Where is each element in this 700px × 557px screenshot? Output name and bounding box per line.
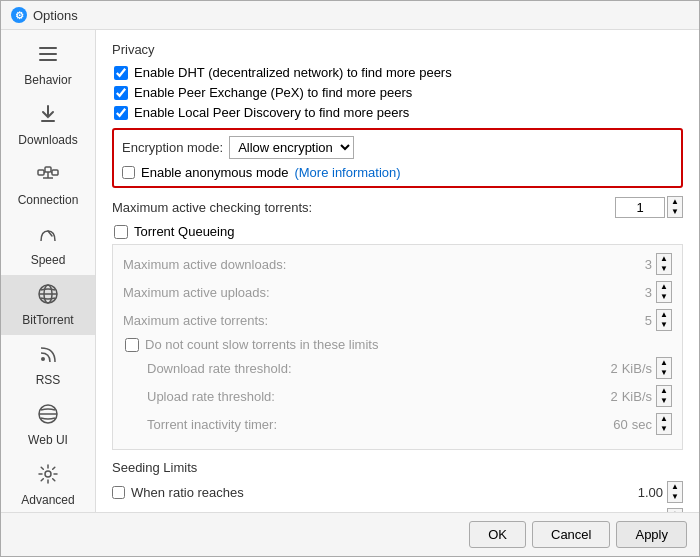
encryption-mode-select[interactable]: Disabled Enabled Forced Allow encryption (229, 136, 354, 159)
more-info-link[interactable]: (More information) (294, 165, 400, 180)
apply-button[interactable]: Apply (616, 521, 687, 548)
spinner-up[interactable]: ▲ (657, 358, 671, 368)
sidebar-item-webui[interactable]: Web UI (1, 395, 95, 455)
pex-label: Enable Peer Exchange (PeX) to find more … (134, 85, 412, 100)
anon-label: Enable anonymous mode (141, 165, 288, 180)
max-uploads-spinner[interactable]: ▲ ▼ (656, 281, 672, 303)
max-downloads-spinner[interactable]: ▲ ▼ (656, 253, 672, 275)
sidebar-label-speed: Speed (31, 253, 66, 267)
sidebar-label-behavior: Behavior (24, 73, 71, 87)
queueing-sub-section: Maximum active downloads: 3 ▲ ▼ Maximum … (112, 244, 683, 450)
upload-rate-unit: KiB/s (622, 389, 652, 404)
max-downloads-row: Maximum active downloads: 3 ▲ ▼ (123, 253, 672, 275)
sidebar-item-connection[interactable]: Connection (1, 155, 95, 215)
seeding-spinner-0[interactable]: ▲ ▼ (667, 481, 683, 503)
anon-checkbox[interactable] (122, 166, 135, 179)
options-window: ⚙ Options Behavior (0, 0, 700, 557)
spinner-down[interactable]: ▼ (657, 368, 671, 378)
max-downloads-label: Maximum active downloads: (123, 257, 645, 272)
sidebar-item-speed[interactable]: Speed (1, 215, 95, 275)
spinner-up[interactable]: ▲ (668, 482, 682, 492)
spinner-up[interactable]: ▲ (657, 414, 671, 424)
local-peer-row: Enable Local Peer Discovery to find more… (112, 105, 683, 120)
sidebar-item-behavior[interactable]: Behavior (1, 35, 95, 95)
titlebar: ⚙ Options (1, 1, 699, 30)
sidebar-label-advanced: Advanced (21, 493, 74, 507)
svg-rect-4 (38, 170, 44, 175)
max-torrents-row: Maximum active torrents: 5 ▲ ▼ (123, 309, 672, 331)
download-rate-spinner[interactable]: ▲ ▼ (656, 357, 672, 379)
max-torrents-spinner[interactable]: ▲ ▼ (656, 309, 672, 331)
spinner-down[interactable]: ▼ (657, 424, 671, 434)
max-checking-spinner-btn[interactable]: ▲ ▼ (667, 196, 683, 218)
privacy-section: Privacy Enable DHT (decentralized networ… (112, 42, 683, 188)
max-checking-row: Maximum active checking torrents: ▲ ▼ (112, 196, 683, 218)
window-title: Options (33, 8, 78, 23)
spinner-up[interactable]: ▲ (657, 386, 671, 396)
connection-icon (37, 163, 59, 190)
app-icon: ⚙ (11, 7, 27, 23)
ok-button[interactable]: OK (469, 521, 526, 548)
upload-rate-spinner[interactable]: ▲ ▼ (656, 385, 672, 407)
spinner-down[interactable]: ▼ (657, 396, 671, 406)
max-uploads-label: Maximum active uploads: (123, 285, 645, 300)
torrent-queueing-checkbox[interactable] (114, 225, 128, 239)
download-rate-unit: KiB/s (622, 361, 652, 376)
torrent-queueing-label: Torrent Queueing (134, 224, 234, 239)
sidebar-label-downloads: Downloads (18, 133, 77, 147)
sidebar-label-rss: RSS (36, 373, 61, 387)
max-uploads-row: Maximum active uploads: 3 ▲ ▼ (123, 281, 672, 303)
download-rate-label: Download rate threshold: (147, 361, 610, 376)
footer: OK Cancel Apply (1, 512, 699, 556)
spinner-down[interactable]: ▼ (668, 492, 682, 502)
upload-rate-label: Upload rate threshold: (147, 389, 610, 404)
speed-icon (37, 223, 59, 250)
slow-torrents-label: Do not count slow torrents in these limi… (145, 337, 378, 352)
downloads-icon (37, 103, 59, 130)
main-content: Behavior Downloads (1, 30, 699, 512)
spinner-up[interactable]: ▲ (657, 282, 671, 292)
inactivity-timer-row: Torrent inactivity timer: 60 sec ▲ ▼ (123, 413, 672, 435)
pex-checkbox[interactable] (114, 86, 128, 100)
encryption-box: Encryption mode: Disabled Enabled Forced… (112, 128, 683, 188)
svg-rect-5 (45, 167, 51, 172)
sidebar-item-rss[interactable]: RSS (1, 335, 95, 395)
spinner-down[interactable]: ▼ (668, 207, 682, 217)
inactivity-timer-spinner[interactable]: ▲ ▼ (656, 413, 672, 435)
seeding-value-0: 1.00 (638, 485, 663, 500)
local-peer-checkbox[interactable] (114, 106, 128, 120)
sidebar-item-bittorrent[interactable]: BitTorrent (1, 275, 95, 335)
rss-icon (37, 343, 59, 370)
dht-label: Enable DHT (decentralized network) to fi… (134, 65, 452, 80)
max-torrents-value: 5 (645, 313, 652, 328)
spinner-up[interactable]: ▲ (657, 254, 671, 264)
seeding-checkbox-0[interactable] (112, 486, 125, 499)
torrent-queueing-row: Torrent Queueing (112, 224, 683, 239)
slow-torrents-checkbox[interactable] (125, 338, 139, 352)
sidebar: Behavior Downloads (1, 30, 96, 512)
slow-torrents-row: Do not count slow torrents in these limi… (123, 337, 672, 352)
behavior-icon (37, 43, 59, 70)
max-checking-input[interactable] (615, 197, 665, 218)
spinner-down[interactable]: ▼ (657, 264, 671, 274)
download-rate-row: Download rate threshold: 2 KiB/s ▲ ▼ (123, 357, 672, 379)
spinner-up[interactable]: ▲ (668, 197, 682, 207)
dht-checkbox[interactable] (114, 66, 128, 80)
spinner-down[interactable]: ▼ (657, 292, 671, 302)
advanced-icon (37, 463, 59, 490)
seeding-label-0: When ratio reaches (131, 485, 638, 500)
max-uploads-value: 3 (645, 285, 652, 300)
local-peer-label: Enable Local Peer Discovery to find more… (134, 105, 409, 120)
upload-rate-value: 2 (610, 389, 617, 404)
cancel-button[interactable]: Cancel (532, 521, 610, 548)
main-panel: Privacy Enable DHT (decentralized networ… (96, 30, 699, 512)
inactivity-timer-label: Torrent inactivity timer: (147, 417, 613, 432)
upload-rate-row: Upload rate threshold: 2 KiB/s ▲ ▼ (123, 385, 672, 407)
encryption-mode-label: Encryption mode: (122, 140, 223, 155)
spinner-down[interactable]: ▼ (657, 320, 671, 330)
privacy-title: Privacy (112, 42, 683, 57)
spinner-up[interactable]: ▲ (657, 310, 671, 320)
sidebar-item-downloads[interactable]: Downloads (1, 95, 95, 155)
sidebar-item-advanced[interactable]: Advanced (1, 455, 95, 512)
dht-row: Enable DHT (decentralized network) to fi… (112, 65, 683, 80)
